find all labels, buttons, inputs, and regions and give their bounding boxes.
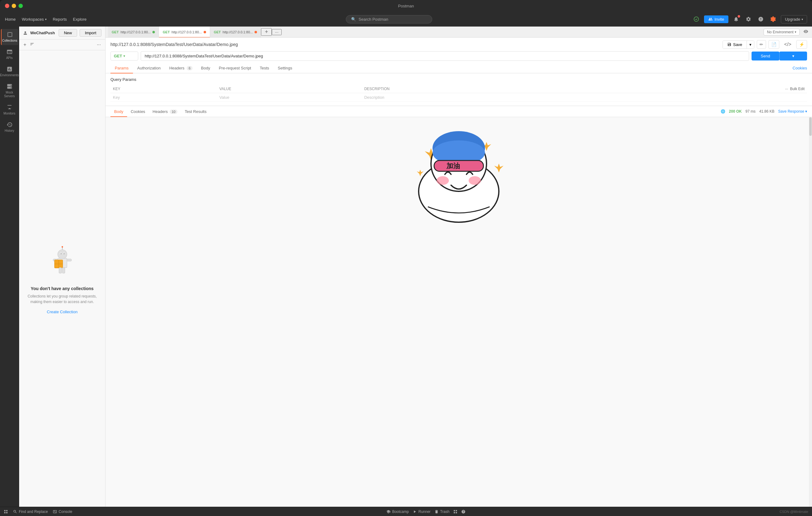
magic-button[interactable]: ⚡ — [796, 40, 807, 49]
tab-3[interactable]: GET http://127.0.0.1:80... — [210, 27, 261, 38]
alerts-icon-btn[interactable] — [756, 15, 765, 24]
send-btn-group: Send ▾ — [752, 52, 807, 60]
save-btn-group: Save ▾ — [723, 40, 754, 49]
cookies-link[interactable]: Cookies — [792, 66, 807, 70]
console-btn[interactable]: Console — [53, 510, 72, 514]
send-button[interactable]: Send — [752, 52, 779, 60]
runner-btn[interactable]: Runner — [412, 510, 430, 514]
svg-point-5 — [63, 253, 64, 254]
new-button[interactable]: New — [59, 29, 77, 37]
tab-2[interactable]: GET http://127.0.0.1:80... — [159, 27, 210, 38]
url-input[interactable] — [141, 51, 749, 61]
maximize-button[interactable] — [19, 4, 23, 8]
svg-rect-15 — [62, 267, 65, 273]
search-bar[interactable]: 🔍 Search Postman — [346, 15, 432, 24]
request-title: http://127.0.0.1:8088/SystemDataTest/Use… — [111, 42, 238, 47]
console-label: Console — [59, 510, 72, 514]
more-options-btn[interactable]: ··· — [96, 41, 102, 48]
code-button[interactable]: </> — [782, 40, 794, 49]
sidebar-item-monitors[interactable]: Monitors — [1, 102, 18, 118]
search-placeholder: Search Postman — [358, 17, 388, 22]
workspaces-chevron-icon: ▾ — [45, 18, 47, 21]
import-button[interactable]: Import — [80, 29, 102, 37]
settings-icon — [746, 16, 751, 22]
bootcamp-btn[interactable]: Bootcamp — [386, 510, 409, 514]
tab-headers[interactable]: Headers 6 — [165, 63, 197, 74]
request-title-row: http://127.0.0.1:8088/SystemDataTest/Use… — [106, 38, 812, 50]
collections-panel: WeChatPush New Import + ··· — [19, 27, 106, 507]
notifications-icon-btn[interactable] — [731, 15, 741, 24]
sidebar-item-mock-servers[interactable]: Mock Servers — [1, 81, 18, 101]
save-icon — [727, 42, 731, 47]
save-button[interactable]: Save — [723, 41, 747, 49]
tab-params[interactable]: Params — [111, 63, 133, 74]
nav-explore[interactable]: Explore — [73, 16, 87, 23]
sidebar-item-environments[interactable]: Environments — [1, 64, 18, 80]
url-input-row: GET ▾ Send ▾ — [111, 51, 807, 61]
add-tab-button[interactable]: + — [261, 28, 272, 36]
query-params-label: Query Params — [111, 77, 807, 82]
tab-method-3: GET — [214, 30, 221, 34]
tab-method-1: GET — [112, 30, 119, 34]
settings-icon-btn[interactable] — [744, 15, 753, 24]
sidebar-item-collections[interactable]: Collections — [1, 29, 18, 45]
sync-icon-btn[interactable] — [692, 15, 701, 24]
tab-tests[interactable]: Tests — [256, 63, 273, 74]
res-tab-test-results[interactable]: Test Results — [181, 107, 210, 117]
tab-settings[interactable]: Settings — [273, 63, 296, 74]
sidebar-item-apis[interactable]: APIs — [1, 46, 18, 62]
edit-button[interactable]: ✏ — [757, 40, 766, 49]
create-collection-link[interactable]: Create Collection — [47, 310, 78, 314]
environment-selector[interactable]: No Environment ▾ — [763, 29, 800, 35]
save-dropdown-button[interactable]: ▾ — [747, 41, 754, 49]
send-dropdown-button[interactable]: ▾ — [779, 52, 807, 60]
tab-pre-request[interactable]: Pre-request Script — [214, 63, 256, 74]
environments-icon — [6, 66, 13, 72]
upgrade-button[interactable]: Upgrade ▾ — [781, 15, 807, 24]
response-tabs: Body Cookies Headers 10 Test Results 🌐 — [106, 106, 812, 117]
res-tab-headers[interactable]: Headers 10 — [149, 107, 181, 117]
res-tab-body[interactable]: Body — [111, 107, 127, 117]
eye-button[interactable] — [802, 28, 810, 36]
nav-workspaces[interactable]: Workspaces ▾ — [22, 16, 47, 23]
response-size: 41.86 KB — [759, 109, 774, 114]
description-placeholder: Description — [364, 95, 384, 100]
svg-point-27 — [437, 176, 449, 185]
filter-btn[interactable] — [29, 41, 35, 48]
bulk-edit-button[interactable]: ··· — [785, 87, 788, 91]
response-area: Body Cookies Headers 10 Test Results 🌐 — [106, 106, 812, 507]
method-selector[interactable]: GET ▾ — [111, 52, 138, 60]
nav-reports[interactable]: Reports — [53, 16, 67, 23]
more-tabs-button[interactable]: ··· — [272, 29, 282, 35]
minimize-button[interactable] — [12, 4, 16, 8]
request-tabs: Params Authorization Headers 6 Body Pre-… — [106, 63, 812, 74]
tab-authorization[interactable]: Authorization — [133, 63, 165, 74]
svg-point-0 — [694, 17, 699, 22]
sidebar-item-history[interactable]: History — [1, 119, 18, 135]
bottom-right: Bootcamp Runner Trash — [386, 510, 466, 514]
tab-1[interactable]: GET http://127.0.0.1:80... — [108, 27, 159, 38]
help-icon — [461, 510, 466, 514]
help-btn[interactable] — [461, 510, 466, 514]
add-collection-btn[interactable]: + — [23, 41, 27, 48]
doc-button[interactable]: 📄 — [768, 40, 779, 49]
save-response-button[interactable]: Save Response ▾ — [778, 109, 807, 114]
bulk-edit-label-button[interactable]: Bulk Edit — [790, 87, 805, 91]
value-header: VALUE — [217, 85, 362, 93]
grid-btn[interactable] — [453, 510, 458, 514]
scrollbar-thumb[interactable] — [809, 117, 812, 136]
globe-icon[interactable]: 🌐 — [721, 109, 725, 114]
apis-label: APIs — [6, 56, 13, 60]
search-icon: 🔍 — [351, 17, 356, 22]
invite-button[interactable]: Invite — [704, 16, 728, 23]
tab-body[interactable]: Body — [197, 63, 215, 74]
find-replace-btn[interactable]: Find and Replace — [13, 510, 48, 514]
trash-btn[interactable]: Trash — [434, 510, 450, 514]
svg-point-1 — [58, 250, 67, 259]
find-icon — [13, 510, 17, 514]
res-tab-cookies[interactable]: Cookies — [127, 107, 149, 117]
profile-icon-btn[interactable] — [768, 15, 778, 24]
layout-btn[interactable] — [4, 510, 8, 514]
close-button[interactable] — [5, 4, 9, 8]
nav-home[interactable]: Home — [5, 16, 16, 23]
